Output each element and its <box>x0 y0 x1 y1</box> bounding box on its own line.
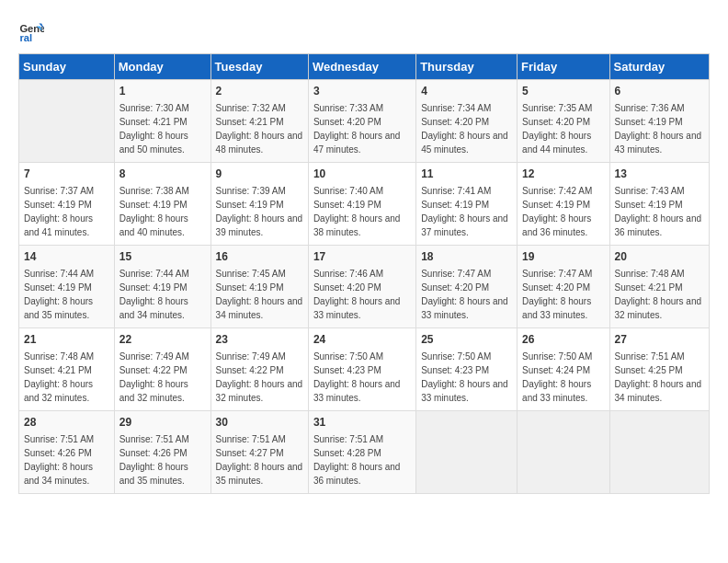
calendar-cell: 31 Sunrise: 7:51 AM Sunset: 4:28 PM Dayl… <box>308 411 415 494</box>
day-number: 16 <box>216 249 303 265</box>
sunset-text: Sunset: 4:20 PM <box>313 282 381 293</box>
day-number: 4 <box>421 84 512 99</box>
daylight-text: Daylight: 8 hours and 36 minutes. <box>522 213 591 237</box>
sunset-text: Sunset: 4:25 PM <box>615 365 683 375</box>
sunrise-text: Sunrise: 7:48 AM <box>615 269 685 279</box>
sunrise-text: Sunrise: 7:46 AM <box>313 269 383 279</box>
calendar-cell: 17 Sunrise: 7:46 AM Sunset: 4:20 PM Dayl… <box>308 246 415 328</box>
calendar-cell <box>416 411 518 494</box>
day-number: 17 <box>313 249 411 265</box>
calendar-cell: 5 Sunrise: 7:35 AM Sunset: 4:20 PM Dayli… <box>518 80 609 163</box>
calendar-table: SundayMondayTuesdayWednesdayThursdayFrid… <box>18 53 710 494</box>
sunrise-text: Sunrise: 7:33 AM <box>313 103 383 113</box>
daylight-text: Daylight: 8 hours and 36 minutes. <box>313 462 401 486</box>
svg-text:ral: ral <box>19 32 32 43</box>
sunrise-text: Sunrise: 7:34 AM <box>421 103 491 113</box>
calendar-cell: 21 Sunrise: 7:48 AM Sunset: 4:21 PM Dayl… <box>19 328 115 411</box>
sunset-text: Sunset: 4:19 PM <box>24 200 92 210</box>
daylight-text: Daylight: 8 hours and 34 minutes. <box>615 379 702 403</box>
daylight-text: Daylight: 8 hours and 35 minutes. <box>119 462 188 486</box>
sunrise-text: Sunrise: 7:37 AM <box>24 186 94 196</box>
daylight-text: Daylight: 8 hours and 35 minutes. <box>216 462 303 486</box>
day-number: 31 <box>313 415 411 431</box>
sunrise-text: Sunrise: 7:50 AM <box>522 351 592 362</box>
calendar-cell: 20 Sunrise: 7:48 AM Sunset: 4:21 PM Dayl… <box>609 246 709 328</box>
daylight-text: Daylight: 8 hours and 32 minutes. <box>216 379 303 403</box>
sunrise-text: Sunrise: 7:47 AM <box>421 269 491 279</box>
sunset-text: Sunset: 4:22 PM <box>216 365 284 375</box>
sunrise-text: Sunrise: 7:51 AM <box>313 434 383 444</box>
calendar-cell: 8 Sunrise: 7:38 AM Sunset: 4:19 PM Dayli… <box>114 163 210 246</box>
daylight-text: Daylight: 8 hours and 34 minutes. <box>24 462 93 486</box>
sunset-text: Sunset: 4:28 PM <box>313 448 381 458</box>
sunset-text: Sunset: 4:26 PM <box>24 448 92 458</box>
day-number: 23 <box>216 332 303 348</box>
calendar-cell: 30 Sunrise: 7:51 AM Sunset: 4:27 PM Dayl… <box>210 411 308 494</box>
daylight-text: Daylight: 8 hours and 33 minutes. <box>522 296 591 320</box>
sunset-text: Sunset: 4:21 PM <box>615 282 683 293</box>
sunset-text: Sunset: 4:19 PM <box>615 200 683 210</box>
calendar-cell: 4 Sunrise: 7:34 AM Sunset: 4:20 PM Dayli… <box>416 80 518 163</box>
calendar-cell: 11 Sunrise: 7:41 AM Sunset: 4:19 PM Dayl… <box>416 163 518 246</box>
sunset-text: Sunset: 4:22 PM <box>119 365 188 375</box>
day-number: 3 <box>313 84 411 99</box>
day-number: 7 <box>24 167 109 182</box>
sunset-text: Sunset: 4:20 PM <box>313 117 381 127</box>
daylight-text: Daylight: 8 hours and 41 minutes. <box>24 213 93 237</box>
day-number: 22 <box>119 332 206 348</box>
calendar-cell: 19 Sunrise: 7:47 AM Sunset: 4:20 PM Dayl… <box>518 246 609 328</box>
calendar-cell: 2 Sunrise: 7:32 AM Sunset: 4:21 PM Dayli… <box>210 80 308 163</box>
calendar-cell <box>19 80 115 163</box>
sunrise-text: Sunrise: 7:43 AM <box>615 186 685 196</box>
day-number: 26 <box>522 332 604 348</box>
daylight-text: Daylight: 8 hours and 44 minutes. <box>522 131 591 155</box>
calendar-week-row: 7 Sunrise: 7:37 AM Sunset: 4:19 PM Dayli… <box>19 163 710 246</box>
day-number: 18 <box>421 249 512 265</box>
day-number: 28 <box>24 415 109 431</box>
sunrise-text: Sunrise: 7:40 AM <box>313 186 383 196</box>
sunrise-text: Sunrise: 7:51 AM <box>615 351 685 362</box>
calendar-week-row: 14 Sunrise: 7:44 AM Sunset: 4:19 PM Dayl… <box>19 246 710 328</box>
header-monday: Monday <box>114 54 210 80</box>
sunrise-text: Sunrise: 7:51 AM <box>24 434 94 444</box>
sunrise-text: Sunrise: 7:51 AM <box>119 434 189 444</box>
sunset-text: Sunset: 4:19 PM <box>522 200 590 210</box>
day-number: 24 <box>313 332 411 348</box>
calendar-cell: 14 Sunrise: 7:44 AM Sunset: 4:19 PM Dayl… <box>19 246 115 328</box>
sunrise-text: Sunrise: 7:48 AM <box>24 351 94 362</box>
calendar-cell: 15 Sunrise: 7:44 AM Sunset: 4:19 PM Dayl… <box>114 246 210 328</box>
calendar-cell: 10 Sunrise: 7:40 AM Sunset: 4:19 PM Dayl… <box>308 163 415 246</box>
calendar-week-row: 1 Sunrise: 7:30 AM Sunset: 4:21 PM Dayli… <box>19 80 710 163</box>
daylight-text: Daylight: 8 hours and 34 minutes. <box>216 296 303 320</box>
day-number: 12 <box>522 167 604 182</box>
day-number: 6 <box>615 84 704 99</box>
daylight-text: Daylight: 8 hours and 40 minutes. <box>119 213 188 237</box>
calendar-cell: 16 Sunrise: 7:45 AM Sunset: 4:19 PM Dayl… <box>210 246 308 328</box>
day-number: 9 <box>216 167 303 182</box>
sunset-text: Sunset: 4:21 PM <box>119 117 188 127</box>
daylight-text: Daylight: 8 hours and 50 minutes. <box>119 131 188 155</box>
sunrise-text: Sunrise: 7:38 AM <box>119 186 189 196</box>
sunset-text: Sunset: 4:19 PM <box>216 282 284 293</box>
day-number: 13 <box>615 167 704 182</box>
sunset-text: Sunset: 4:19 PM <box>216 200 284 210</box>
day-number: 5 <box>522 84 604 99</box>
sunrise-text: Sunrise: 7:35 AM <box>522 103 592 113</box>
calendar-cell <box>609 411 709 494</box>
calendar-cell: 23 Sunrise: 7:49 AM Sunset: 4:22 PM Dayl… <box>210 328 308 411</box>
calendar-cell: 9 Sunrise: 7:39 AM Sunset: 4:19 PM Dayli… <box>210 163 308 246</box>
sunset-text: Sunset: 4:20 PM <box>522 282 590 293</box>
day-number: 10 <box>313 167 411 182</box>
calendar-week-row: 21 Sunrise: 7:48 AM Sunset: 4:21 PM Dayl… <box>19 328 710 411</box>
sunrise-text: Sunrise: 7:50 AM <box>313 351 383 362</box>
daylight-text: Daylight: 8 hours and 33 minutes. <box>421 379 508 403</box>
sunrise-text: Sunrise: 7:41 AM <box>421 186 491 196</box>
calendar-cell: 27 Sunrise: 7:51 AM Sunset: 4:25 PM Dayl… <box>609 328 709 411</box>
day-number: 14 <box>24 249 109 265</box>
sunrise-text: Sunrise: 7:49 AM <box>119 351 189 362</box>
calendar-cell: 26 Sunrise: 7:50 AM Sunset: 4:24 PM Dayl… <box>518 328 609 411</box>
header-wednesday: Wednesday <box>308 54 415 80</box>
calendar-cell: 25 Sunrise: 7:50 AM Sunset: 4:23 PM Dayl… <box>416 328 518 411</box>
logo-icon: Gene ral <box>18 18 44 44</box>
calendar-cell: 12 Sunrise: 7:42 AM Sunset: 4:19 PM Dayl… <box>518 163 609 246</box>
